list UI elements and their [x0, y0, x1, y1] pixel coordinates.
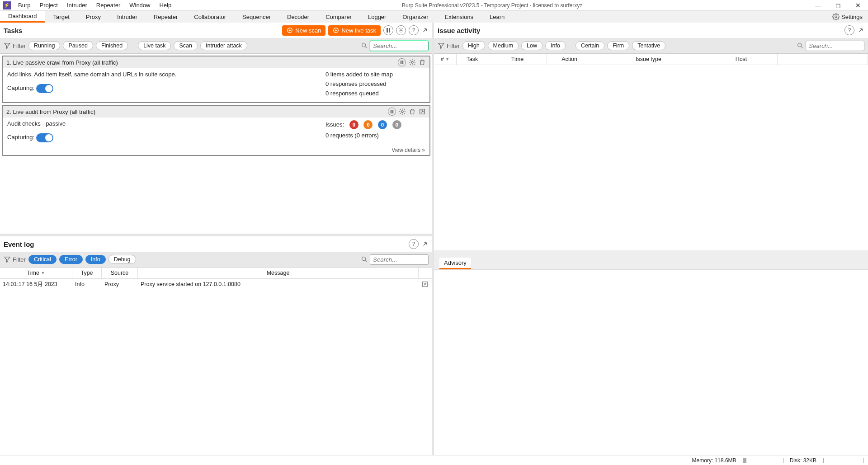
col-type[interactable]: Type	[72, 268, 102, 278]
settings-label: Settings	[841, 14, 863, 20]
pause-all-icon[interactable]	[383, 25, 393, 35]
gear-icon[interactable]	[409, 59, 416, 66]
titlebar: ⚡ Burp Project Intruder Repeater Window …	[0, 0, 868, 11]
minimize-button[interactable]: —	[808, 0, 828, 11]
tab-decoder[interactable]: Decoder	[279, 11, 317, 23]
menu-repeater[interactable]: Repeater	[92, 2, 125, 9]
svg-rect-4	[389, 28, 390, 33]
filter-icon	[438, 42, 445, 49]
tab-comparer[interactable]: Comparer	[317, 11, 360, 23]
issue-search-input[interactable]	[806, 41, 864, 51]
help-icon[interactable]: ?	[409, 25, 419, 35]
pause-icon[interactable]	[398, 58, 406, 66]
filter-intruder-attack[interactable]: Intruder attack	[200, 41, 247, 50]
filter-running[interactable]: Running	[28, 41, 61, 50]
task-stat: 0 responses processed	[326, 80, 425, 87]
menu-burp[interactable]: Burp	[14, 2, 35, 9]
close-button[interactable]: ✕	[848, 0, 868, 11]
filter-certain[interactable]: Certain	[576, 41, 604, 50]
tab-learn[interactable]: Learn	[481, 11, 513, 23]
filter-low[interactable]: Low	[521, 41, 542, 50]
menu-intruder[interactable]: Intruder	[62, 2, 92, 9]
capturing-label: Capturing:	[7, 134, 34, 141]
new-scan-button[interactable]: New scan	[282, 25, 326, 36]
tab-repeater[interactable]: Repeater	[146, 11, 186, 23]
svg-point-12	[401, 111, 403, 113]
popout-icon[interactable]	[421, 281, 429, 288]
pause-icon[interactable]	[388, 108, 396, 116]
menu-help[interactable]: Help	[155, 2, 176, 9]
help-icon[interactable]: ?	[844, 25, 854, 35]
trash-icon[interactable]	[409, 108, 416, 115]
task-card[interactable]: 1. Live passive crawl from Proxy (all tr…	[2, 56, 430, 103]
menu-window[interactable]: Window	[125, 2, 155, 9]
tab-organizer[interactable]: Organizer	[394, 11, 436, 23]
col-action[interactable]: Action	[547, 54, 592, 65]
memory-meter	[743, 458, 783, 463]
col-issue-type[interactable]: Issue type	[592, 54, 705, 65]
filter-firm[interactable]: Firm	[607, 41, 629, 50]
tab-advisory[interactable]: Advisory	[439, 258, 471, 269]
table-row[interactable]: 14:01:17 16 5月 2023 Info Proxy Proxy ser…	[0, 279, 432, 290]
issue-badge-medium: 0	[363, 120, 373, 129]
advisory-tabs: Advisory	[434, 255, 868, 270]
filter-medium[interactable]: Medium	[488, 41, 519, 50]
new-live-task-button[interactable]: New live task	[328, 25, 381, 36]
popout-icon[interactable]	[419, 108, 426, 115]
trash-icon[interactable]	[419, 59, 426, 66]
tab-logger[interactable]: Logger	[360, 11, 394, 23]
cell-time: 14:01:17 16 5月 2023	[0, 281, 72, 288]
capturing-toggle[interactable]	[36, 133, 53, 142]
tasks-search-input[interactable]	[370, 41, 429, 51]
expand-icon[interactable]	[857, 27, 864, 34]
tab-proxy[interactable]: Proxy	[78, 11, 109, 23]
event-table-head: Time ▼ Type Source Message	[0, 267, 432, 279]
sort-desc-icon: ▼	[445, 57, 449, 61]
svg-rect-8	[402, 61, 403, 64]
view-details-link[interactable]: View details »	[3, 145, 429, 155]
tasks-list: 1. Live passive crawl from Proxy (all tr…	[0, 53, 432, 234]
settings-button[interactable]: Settings	[827, 11, 868, 23]
capturing-toggle[interactable]	[36, 84, 53, 93]
event-filter-bar: Filter Critical Error Info Debug	[0, 252, 432, 267]
event-search-input[interactable]	[370, 254, 429, 265]
col-time[interactable]: Time ▼	[0, 268, 72, 278]
tab-target[interactable]: Target	[45, 11, 78, 23]
tab-collaborator[interactable]: Collaborator	[186, 11, 234, 23]
task-card[interactable]: 2. Live audit from Proxy (all traffic) A…	[2, 105, 430, 156]
filter-error[interactable]: Error	[59, 255, 83, 264]
expand-icon[interactable]	[421, 240, 429, 248]
col-message[interactable]: Message	[138, 268, 419, 278]
tab-extensions[interactable]: Extensions	[437, 11, 482, 23]
event-log-header: Event log ?	[0, 236, 432, 252]
filter-high[interactable]: High	[462, 41, 485, 50]
filter-info[interactable]: Info	[85, 255, 106, 264]
search-icon	[361, 256, 368, 263]
tab-sequencer[interactable]: Sequencer	[234, 11, 279, 23]
menubar: Burp Project Intruder Repeater Window He…	[14, 2, 176, 9]
col-num[interactable]: # ▼	[434, 54, 457, 65]
tab-intruder[interactable]: Intruder	[109, 11, 146, 23]
col-task[interactable]: Task	[457, 54, 488, 65]
filter-info[interactable]: Info	[545, 41, 566, 50]
maximize-button[interactable]: ◻	[828, 0, 848, 11]
col-source[interactable]: Source	[102, 268, 138, 278]
filter-finished[interactable]: Finished	[96, 41, 128, 50]
tab-dashboard[interactable]: Dashboard	[0, 11, 45, 23]
filter-live-task[interactable]: Live task	[138, 41, 171, 50]
filter-debug[interactable]: Debug	[108, 255, 136, 264]
splitter[interactable]	[434, 250, 868, 255]
issue-filter-bar: Filter High Medium Low Info Certain Firm…	[434, 38, 868, 53]
filter-tentative[interactable]: Tentative	[632, 41, 665, 50]
filter-scan[interactable]: Scan	[174, 41, 198, 50]
filter-paused[interactable]: Paused	[63, 41, 93, 50]
col-host[interactable]: Host	[705, 54, 778, 65]
filter-critical[interactable]: Critical	[28, 255, 57, 264]
gear-icon[interactable]	[396, 25, 406, 35]
help-icon[interactable]: ?	[409, 239, 419, 249]
menu-project[interactable]: Project	[35, 2, 62, 9]
memory-value: 118.6MB	[715, 457, 736, 464]
gear-icon[interactable]	[399, 108, 406, 115]
expand-icon[interactable]	[421, 27, 429, 34]
col-time[interactable]: Time	[488, 54, 547, 65]
